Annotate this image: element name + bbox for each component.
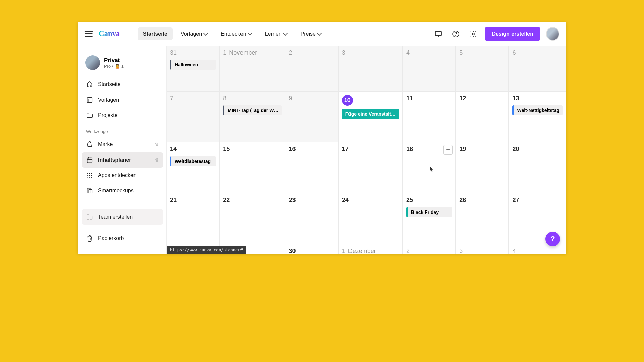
calendar-cell[interactable]: 4 [509, 244, 566, 254]
day-number: 25 [406, 197, 413, 204]
calendar-cell[interactable]: 22 [220, 193, 285, 244]
calendar-cell[interactable]: 11 [403, 92, 456, 142]
calendar-event[interactable]: Welt-Nettigkeitstag [512, 105, 563, 115]
calendar-cell[interactable]: 10Füge eine Veranstalt… [339, 92, 403, 142]
primary-nav: StartseiteVorlagenEntdeckenLernenPreise [138, 27, 326, 40]
calendar-cell[interactable]: 8MINT-Tag (Tag der W… [220, 92, 285, 142]
today-badge: 10 [342, 95, 353, 106]
calendar-cell[interactable]: 9 [285, 92, 338, 142]
day-number: 24 [342, 197, 349, 204]
sidebar-item-vorlagen[interactable]: Vorlagen [82, 92, 163, 108]
settings-gear-icon[interactable] [468, 28, 479, 40]
trash-icon [86, 235, 93, 242]
svg-point-14 [89, 177, 90, 178]
nav-item-label: Entdecken [221, 31, 246, 37]
calendar-icon [86, 156, 93, 164]
calendar-cell[interactable]: 31Halloween [167, 46, 220, 92]
calendar-cell[interactable]: 20 [509, 142, 566, 193]
calendar-cell[interactable]: 18+ [403, 142, 456, 193]
workspace-avatar [85, 55, 100, 70]
sidebar-item-projekte[interactable]: Projekte [82, 108, 163, 123]
sidebar-section-tools: Werkzeuge [82, 124, 163, 136]
create-team-label: Team erstellen [98, 214, 133, 220]
nav-item-preise[interactable]: Preise [295, 27, 326, 40]
month-label: November [229, 49, 257, 56]
calendar-cell[interactable]: 23 [285, 193, 338, 244]
day-number: 20 [512, 146, 519, 153]
day-number: 12 [459, 95, 466, 102]
help-fab-button[interactable]: ? [545, 232, 560, 246]
calendar-cell[interactable]: 30 [285, 244, 338, 254]
day-number: 22 [223, 197, 230, 204]
day-number: 11 [406, 95, 413, 102]
nav-item-startseite[interactable]: Startseite [138, 27, 173, 40]
status-bar-url: https://www.canva.com/planner# [167, 246, 246, 254]
svg-point-10 [87, 175, 88, 176]
sidebar-item-startseite[interactable]: Startseite [82, 77, 163, 92]
create-design-button[interactable]: Design erstellen [485, 27, 540, 41]
calendar-cell[interactable]: 14Weltdiabetestag [167, 142, 220, 193]
day-number: 14 [170, 146, 177, 153]
chevron-down-icon [203, 31, 208, 35]
canva-logo[interactable]: Canva [99, 29, 128, 38]
calendar-cell[interactable]: 3 [339, 46, 403, 92]
day-number: 1 [223, 49, 226, 56]
calendar-cell[interactable]: 1Dezember [339, 244, 403, 254]
create-team-button[interactable]: Team erstellen [82, 209, 163, 225]
help-icon[interactable] [450, 28, 462, 40]
crown-icon: ♛ [155, 142, 159, 147]
nav-item-lernen[interactable]: Lernen [260, 27, 292, 40]
calendar-cell[interactable]: 5 [456, 46, 509, 92]
workspace-plan: Pro • 🙎 1 [104, 64, 124, 69]
calendar-cell[interactable]: 12 [456, 92, 509, 142]
workspace-switcher[interactable]: Privat Pro • 🙎 1 [82, 49, 163, 76]
calendar-cell[interactable]: 2 [403, 244, 456, 254]
svg-point-8 [89, 173, 90, 174]
calendar-cell[interactable]: 7 [167, 92, 220, 142]
calendar-cell[interactable]: 21 [167, 193, 220, 244]
day-number: 2 [289, 49, 292, 56]
svg-point-12 [91, 175, 92, 176]
calendar-cell[interactable]: 24 [339, 193, 403, 244]
add-event-button[interactable]: + [443, 145, 453, 155]
calendar-event[interactable]: Black Friday [406, 207, 452, 217]
sidebar-item-smartmockups[interactable]: Smartmockups [82, 183, 163, 198]
nav-item-entdecken[interactable]: Entdecken [215, 27, 257, 40]
trash-button[interactable]: Papierkorb [82, 231, 163, 246]
calendar-event[interactable]: Halloween [170, 60, 216, 70]
calendar-event[interactable]: MINT-Tag (Tag der W… [223, 105, 282, 115]
calendar-cell[interactable]: 15 [220, 142, 285, 193]
calendar-cell[interactable]: 1November [220, 46, 285, 92]
calendar-cell[interactable]: 19 [456, 142, 509, 193]
sidebar-item-marke[interactable]: Marke♛ [82, 137, 163, 152]
sidebar-item-inhaltsplaner[interactable]: Inhaltsplaner♛ [82, 152, 163, 168]
sidebar: Privat Pro • 🙎 1 StartseiteVorlagenProje… [78, 46, 167, 254]
calendar-event[interactable]: Füge eine Veranstalt… [342, 109, 399, 119]
calendar-cell[interactable]: 16 [285, 142, 338, 193]
day-number: 1 [342, 248, 345, 254]
calendar-event[interactable]: Weltdiabetestag [170, 156, 216, 166]
sidebar-item-label: Apps entdecken [98, 172, 137, 178]
hamburger-menu-icon[interactable] [85, 29, 93, 38]
calendar-cell[interactable]: 2 [285, 46, 338, 92]
month-label: Dezember [348, 248, 376, 254]
nav-item-vorlagen[interactable]: Vorlagen [175, 27, 213, 40]
top-bar: Canva StartseiteVorlagenEntdeckenLernenP… [78, 22, 566, 46]
calendar-cell[interactable]: 3 [456, 244, 509, 254]
svg-rect-1 [435, 31, 441, 36]
day-number: 19 [459, 146, 466, 153]
calendar-cell[interactable]: 26 [456, 193, 509, 244]
sidebar-item-apps-entdecken[interactable]: Apps entdecken [82, 168, 163, 183]
day-number: 16 [289, 146, 296, 153]
calendar-cell[interactable]: 4 [403, 46, 456, 92]
day-number: 15 [223, 146, 230, 153]
day-number: 30 [289, 248, 296, 254]
user-avatar[interactable] [546, 27, 559, 41]
trash-label: Papierkorb [98, 235, 124, 241]
calendar-cell[interactable]: 25Black Friday [403, 193, 456, 244]
calendar-cell[interactable]: 6 [509, 46, 566, 92]
calendar-cell[interactable]: 17 [339, 142, 403, 193]
desktop-app-icon[interactable] [433, 28, 444, 40]
sidebar-item-label: Projekte [98, 112, 118, 118]
calendar-cell[interactable]: 13Welt-Nettigkeitstag [509, 92, 566, 142]
